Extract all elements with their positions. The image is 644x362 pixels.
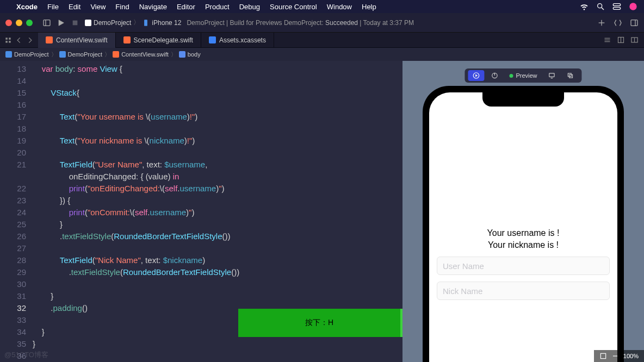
inspector-toggle-icon[interactable] [630, 18, 639, 27]
svg-rect-2 [613, 4, 620, 6]
folder-icon [59, 51, 66, 58]
svg-rect-5 [44, 20, 50, 26]
add-icon[interactable] [597, 18, 606, 27]
menu-view[interactable]: View [90, 3, 106, 11]
svg-rect-30 [569, 74, 573, 78]
sim-nickname-field[interactable]: Nick Name [437, 282, 610, 300]
search-icon[interactable] [596, 2, 605, 11]
menu-navigate[interactable]: Navigate [139, 3, 167, 11]
svg-point-0 [598, 4, 602, 8]
menu-file[interactable]: File [47, 3, 59, 11]
svg-rect-14 [9, 38, 11, 40]
svg-rect-27 [549, 73, 554, 77]
swift-file-icon [113, 51, 119, 58]
iphone-notch [482, 92, 564, 107]
wifi-icon[interactable] [580, 2, 589, 11]
live-preview-button[interactable] [468, 70, 484, 81]
tab-contentview[interactable]: ContentView.swift [38, 33, 116, 48]
device-settings-button[interactable] [544, 70, 560, 81]
watermark: @51CTO博客 [4, 350, 48, 360]
svg-line-1 [602, 8, 604, 10]
menu-editor[interactable]: Editor [177, 3, 195, 11]
play-circle-icon [472, 72, 480, 79]
svg-point-4 [629, 3, 636, 10]
stop-button-icon[interactable] [71, 18, 79, 27]
window-controls [5, 20, 33, 26]
preview-screen[interactable]: Your username is ! Your nickname is ! Us… [429, 92, 617, 362]
app-icon [85, 20, 91, 26]
tab-assets[interactable]: Assets.xcassets [201, 33, 274, 48]
close-window-button[interactable] [5, 20, 12, 26]
sim-username-label: Your username is ! [487, 228, 560, 238]
scheme-selector[interactable]: DemoProject 〉 iPhone 12 [85, 18, 181, 27]
power-icon-button[interactable] [486, 70, 503, 81]
svg-rect-13 [5, 38, 8, 40]
keypress-overlay: 按下：H [238, 309, 403, 337]
activity-status: DemoProject | Build for Previews DemoPro… [187, 19, 592, 27]
preview-toggle[interactable]: Preview [505, 70, 541, 81]
menu-window[interactable]: Window [327, 3, 352, 11]
iphone-preview: Your username is ! Your nickname is ! Us… [423, 86, 624, 362]
svg-rect-29 [568, 73, 571, 77]
duplicate-icon [567, 72, 574, 79]
svg-rect-31 [600, 353, 605, 358]
sim-username-field[interactable]: User Name [437, 257, 610, 275]
preview-toolbar: Preview [465, 68, 581, 83]
control-center-icon[interactable] [612, 2, 621, 11]
scheme-project-label: DemoProject [94, 19, 131, 27]
svg-rect-16 [9, 41, 11, 43]
svg-rect-11 [631, 20, 637, 26]
preview-canvas: Preview Your username is ! Your nickname… [403, 61, 644, 362]
add-editor-icon[interactable] [630, 36, 639, 44]
nav-back-icon[interactable] [15, 36, 23, 44]
menu-find[interactable]: Find [115, 3, 129, 11]
svg-rect-7 [73, 21, 77, 25]
device-icon [142, 19, 150, 27]
scheme-device-label: iPhone 12 [152, 19, 181, 27]
menu-product[interactable]: Product [205, 3, 230, 11]
minimap-icon[interactable] [599, 352, 607, 360]
jump-bar[interactable]: DemoProject〉 DemoProject〉 ContentView.sw… [0, 48, 644, 61]
minimize-window-button[interactable] [16, 20, 22, 26]
related-items-icon[interactable] [4, 36, 12, 44]
zoom-out-icon[interactable] [611, 352, 619, 360]
macos-menubar: Xcode File Edit View Find Navigate Edito… [0, 0, 644, 13]
line-number-gutter: 1314151617181920212223242526272829303132… [0, 61, 33, 362]
project-icon [5, 51, 12, 58]
main-split: 1314151617181920212223242526272829303132… [0, 61, 644, 362]
nav-forward-icon[interactable] [26, 36, 34, 44]
menu-source-control[interactable]: Source Control [270, 3, 317, 11]
swift-file-icon [123, 36, 131, 43]
siri-icon[interactable] [629, 2, 637, 11]
svg-rect-3 [613, 7, 620, 9]
assets-file-icon [209, 36, 216, 43]
svg-rect-8 [144, 20, 147, 26]
zoom-level[interactable]: 100% [623, 353, 639, 359]
editor-options-icon[interactable] [603, 36, 611, 44]
svg-rect-15 [5, 41, 8, 43]
menu-help[interactable]: Help [362, 3, 376, 11]
menu-edit[interactable]: Edit [69, 3, 81, 11]
xcode-toolbar: DemoProject 〉 iPhone 12 DemoProject | Bu… [0, 13, 644, 33]
run-button-icon[interactable] [57, 18, 65, 27]
zoom-window-button[interactable] [26, 20, 33, 26]
sim-nickname-label: Your nickname is ! [488, 240, 559, 250]
property-icon [179, 51, 185, 58]
zoom-dock: 100% [594, 350, 644, 362]
app-name[interactable]: Xcode [16, 3, 38, 11]
code-review-icon[interactable] [614, 18, 622, 27]
status-dot-icon [509, 74, 513, 78]
adjust-editor-icon[interactable] [617, 36, 625, 44]
monitor-icon [548, 72, 556, 79]
sidebar-toggle-icon[interactable] [42, 18, 51, 27]
menu-debug[interactable]: Debug [239, 3, 260, 11]
swift-file-icon [46, 36, 53, 43]
tab-scenedelegate[interactable]: SceneDelegate.swift [116, 33, 201, 48]
editor-tabbar: ContentView.swift SceneDelegate.swift As… [0, 33, 644, 48]
duplicate-preview-button[interactable] [562, 70, 579, 81]
code-editor[interactable]: 1314151617181920212223242526272829303132… [0, 61, 403, 362]
